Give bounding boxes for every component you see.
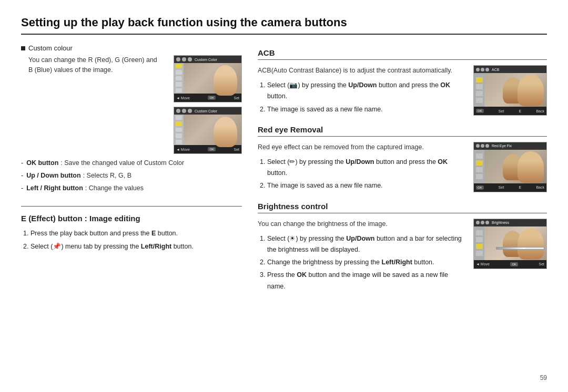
page-number: 59 [540,374,547,381]
page-title: Setting up the play back function using … [21,16,547,35]
camera-screen-1: Custom Color [174,55,242,102]
acb-desc: ACB(Auto Contrast Balance) is to adjust … [258,65,467,76]
screen1-label: Custom Color [195,58,217,61]
left-screens: Custom Color [174,55,242,154]
effect-step-2: Select (📌) menu tab by pressing the Left… [31,241,242,252]
acb-step-2: The image is saved as a new file name. [267,104,467,115]
updown-button-label: Up / Down button [26,171,80,181]
brightness-desc: You can change the brightness of the ima… [258,219,467,229]
acb-step-1: Select (📷) by pressing the Up/Down butto… [267,80,467,102]
brightness-section: Brightness control You can change the br… [258,202,547,294]
effect-section: E (Effect) button : Image editing Press … [21,206,242,252]
brightness-step-3: Press the OK button and the image will b… [267,270,467,292]
custom-colour-header: Custom colour [21,44,242,52]
custom-colour-label: Custom colour [28,44,73,52]
red-eye-steps: Select (✏) by pressing the Up/Down butto… [258,157,467,192]
button-item-leftright: - Left / Right button : Change the value… [21,183,242,193]
red-eye-step-2: The image is saved as a new file name. [267,180,467,191]
screen2-label: Custom Color [195,109,217,113]
red-eye-desc: Red eye effect can be removed from the c… [258,142,467,152]
right-column: ACB ACB(Auto Contrast Balance) is to adj… [258,44,547,302]
brightness-title: Brightness control [258,202,547,213]
left-column: Custom colour Custom Color [21,44,242,302]
bullet-icon [21,46,25,50]
red-eye-section: Red eye Removal Red eye effect can be re… [258,125,547,193]
effect-step-1: Press the play back button and press the… [31,228,242,239]
leftright-button-desc: : Change the values [85,183,144,193]
camera-screen-2: Custom Color [174,107,242,154]
custom-colour-section: Custom colour Custom Color [21,44,242,195]
acb-title: ACB [258,48,547,60]
acb-steps: Select (📷) by pressing the Up/Down butto… [258,80,467,115]
brightness-steps: Select (☀) by pressing the Up/Down butto… [258,233,467,292]
effect-steps: Press the play back button and press the… [21,228,242,252]
ok-button-label: OK button [26,158,58,168]
button-item-ok: - OK button : Save the changed value of … [21,158,242,168]
button-item-updown: - Up / Down button : Selects R, G, B [21,171,242,181]
red-eye-step-1: Select (✏) by pressing the Up/Down butto… [267,157,467,179]
updown-button-desc: : Selects R, G, B [83,171,131,181]
red-eye-screen: Red Eye Fix [473,142,547,193]
effect-section-title: E (Effect) button : Image editing [21,214,242,225]
acb-section: ACB ACB(Auto Contrast Balance) is to adj… [258,48,547,117]
brightness-screen: Brightness [473,219,547,294]
red-eye-title: Red eye Removal [258,125,547,137]
leftright-button-label: Left / Right button [26,183,83,193]
brightness-step-2: Change the brightness by pressing the Le… [267,257,467,268]
ok-button-desc: : Save the changed value of Custom Color [60,158,184,168]
brightness-step-1: Select (☀) by pressing the Up/Down butto… [267,233,467,256]
buttons-list: - OK button : Save the changed value of … [21,158,242,193]
acb-screen: ACB [473,65,547,117]
